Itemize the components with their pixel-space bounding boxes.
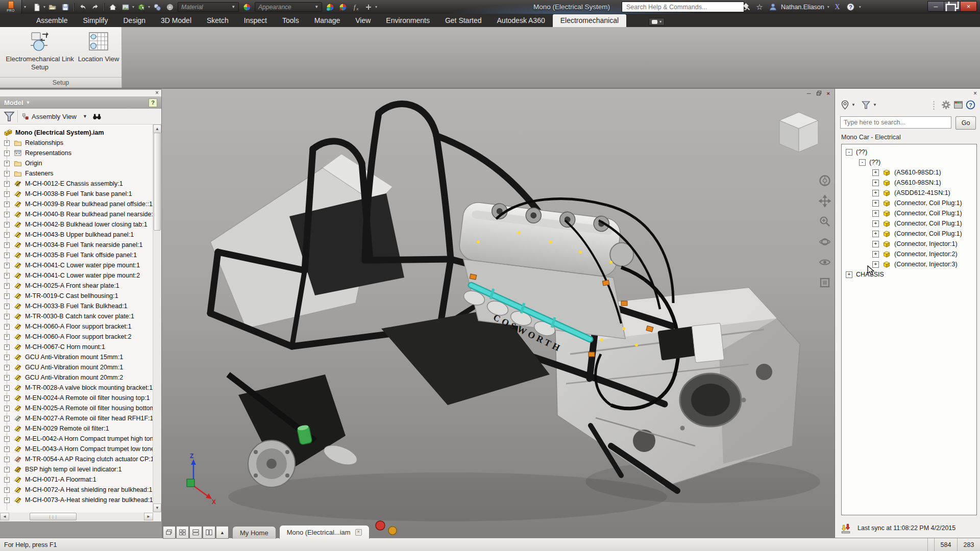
- tab-simplify[interactable]: Simplify: [75, 14, 115, 27]
- tab-environments[interactable]: Environments: [378, 14, 437, 27]
- scroll-right-icon[interactable]: ►: [144, 513, 153, 520]
- appearance-clear-icon[interactable]: [336, 2, 349, 12]
- document-tab[interactable]: Mono (Electrical...iam×: [279, 525, 370, 539]
- close-button[interactable]: ×: [961, 2, 976, 11]
- dropdown-caret-icon[interactable]: ▾: [43, 5, 45, 9]
- expander-icon[interactable]: +: [4, 181, 10, 187]
- expander-icon[interactable]: +: [4, 446, 10, 452]
- browser-close-icon[interactable]: ×: [155, 90, 159, 96]
- expander-icon[interactable]: +: [4, 212, 10, 217]
- tree-item[interactable]: +M-CH-0072-A Heat shielding rear bulkhea…: [0, 485, 153, 495]
- gear-icon[interactable]: [940, 99, 951, 110]
- expander-icon[interactable]: +: [4, 395, 10, 401]
- app-menu-caret-icon[interactable]: ▾: [22, 5, 28, 9]
- expander-icon[interactable]: +: [872, 251, 879, 258]
- undo-icon[interactable]: [76, 2, 89, 12]
- expander-icon[interactable]: +: [872, 200, 879, 207]
- expander-icon[interactable]: +: [4, 375, 10, 381]
- expander-icon[interactable]: -: [859, 159, 866, 166]
- help-menu-caret-icon[interactable]: ▾: [859, 5, 861, 9]
- scrollbar-thumb[interactable]: [154, 133, 161, 231]
- tree-item[interactable]: +M-CH-0060-A Floor support bracket:2: [0, 332, 153, 342]
- expander-icon[interactable]: +: [872, 231, 879, 237]
- expander-icon[interactable]: +: [4, 191, 10, 197]
- pan-icon[interactable]: [819, 195, 831, 207]
- tab-close-icon[interactable]: ×: [355, 529, 362, 536]
- expander-icon[interactable]: +: [4, 385, 10, 391]
- expander-icon[interactable]: +: [4, 365, 10, 370]
- tree-item[interactable]: +Relationships: [0, 138, 153, 148]
- expander-icon[interactable]: +: [872, 169, 879, 176]
- tree-item[interactable]: +M-CH-0033-B Fuel Tank Bulkhead:1: [0, 301, 153, 311]
- tab-3d-model[interactable]: 3D Model: [153, 14, 199, 27]
- em-tree-item[interactable]: -(??): [842, 157, 976, 167]
- tree-item[interactable]: +GCU Anti-Vibration mount 20mm:1: [0, 362, 153, 372]
- help-search-box[interactable]: [622, 2, 744, 12]
- expander-icon[interactable]: +: [4, 406, 10, 411]
- filter-funnel-icon[interactable]: [861, 99, 872, 110]
- expander-icon[interactable]: +: [4, 334, 10, 340]
- material-dropdown[interactable]: Material ▼: [178, 2, 239, 12]
- expander-icon[interactable]: +: [872, 190, 879, 196]
- save-icon[interactable]: [59, 2, 71, 12]
- tree-item[interactable]: +M-CH-0038-B Fuel Tank base panel:1: [0, 189, 153, 199]
- em-tree-item[interactable]: +(Connector, Coil Plug:1): [842, 229, 976, 239]
- toolbar-overflow-caret-icon[interactable]: ▾: [375, 5, 377, 9]
- scrollbar-thumb[interactable]: | | |: [30, 513, 77, 520]
- add-command-icon[interactable]: [362, 2, 375, 12]
- expander-icon[interactable]: +: [4, 161, 10, 166]
- location-pin-icon[interactable]: [839, 99, 850, 110]
- filter-funnel-icon[interactable]: [3, 110, 15, 122]
- expander-icon[interactable]: +: [4, 314, 10, 319]
- ribbon-group-label[interactable]: Setup: [0, 77, 121, 88]
- tree-item[interactable]: +M-TR-0028-A valve block mounting bracke…: [0, 383, 153, 393]
- expander-icon[interactable]: +: [872, 220, 879, 227]
- color-wheel-icon[interactable]: [240, 2, 253, 12]
- tree-item[interactable]: +M-CH-0043-B Upper bulkhead panel:1: [0, 230, 153, 240]
- exchange-apps-icon[interactable]: X: [832, 2, 843, 12]
- expander-icon[interactable]: +: [4, 497, 10, 503]
- expander-icon[interactable]: +: [4, 273, 10, 279]
- chevron-down-icon[interactable]: ▼: [851, 103, 855, 107]
- new-file-icon[interactable]: [30, 2, 43, 12]
- restore-button[interactable]: [944, 2, 961, 11]
- render-style-icon[interactable]: [163, 2, 176, 12]
- go-button[interactable]: Go: [955, 116, 976, 130]
- chevron-down-icon[interactable]: ▼: [873, 103, 877, 107]
- inventor-logo[interactable]: PRO: [0, 0, 22, 14]
- tree-item[interactable]: +Origin: [0, 158, 153, 168]
- selection-cube-icon[interactable]: [135, 2, 148, 12]
- tree-item[interactable]: +M-EL-0043-A Horn Compact trumpet low to…: [0, 444, 153, 454]
- tab-electromechanical[interactable]: Electromechanical: [553, 14, 626, 27]
- appearance-adjust-icon[interactable]: [324, 2, 336, 12]
- ribbon-display-toggle[interactable]: ▾: [649, 18, 665, 26]
- tree-item[interactable]: +M-TR-0030-B Catch tank cover plate:1: [0, 311, 153, 321]
- tree-item[interactable]: +M-CH-0041-C Lower water pipe mount:2: [0, 270, 153, 281]
- components-icon[interactable]: [151, 2, 163, 12]
- tree-item[interactable]: +GCU Anti-Vibration mount 20mm:2: [0, 372, 153, 383]
- horizontal-scrollbar[interactable]: ◄ | | | ►: [0, 513, 153, 520]
- user-menu-caret-icon[interactable]: ▾: [827, 5, 829, 9]
- tile-vertical-icon[interactable]: [203, 526, 215, 539]
- view-cube[interactable]: [779, 112, 818, 152]
- tile-grid-icon[interactable]: [176, 526, 189, 539]
- tab-inspect[interactable]: Inspect: [236, 14, 275, 27]
- render-image-icon[interactable]: [119, 2, 132, 12]
- tree-item[interactable]: +M-CH-0060-A Floor support bracket:1: [0, 321, 153, 332]
- em-tree-item[interactable]: +(Connector, Injector:3): [842, 259, 976, 269]
- expander-icon[interactable]: +: [4, 467, 10, 472]
- expander-icon[interactable]: +: [4, 324, 10, 330]
- dropdown-caret-icon[interactable]: ▾: [132, 5, 134, 9]
- em-tree-item[interactable]: +(Connector, Coil Plug:1): [842, 198, 976, 208]
- tree-item[interactable]: +BSP high temp oil level indicator:1: [0, 464, 153, 474]
- tree-item[interactable]: +M-CH-0034-B Fuel Tank nearside panel:1: [0, 240, 153, 250]
- expander-icon[interactable]: +: [872, 210, 879, 217]
- expander-icon[interactable]: +: [4, 171, 10, 177]
- tab-sketch[interactable]: Sketch: [199, 14, 236, 27]
- expander-icon[interactable]: +: [4, 253, 10, 258]
- vertical-scrollbar[interactable]: ▲ ▼: [153, 124, 161, 512]
- document-tab[interactable]: My Home: [232, 526, 276, 539]
- tab-tools[interactable]: Tools: [275, 14, 307, 27]
- tree-item[interactable]: +Representations: [0, 148, 153, 158]
- tree-item[interactable]: +M-TR-0019-C Cast bellhousing:1: [0, 291, 153, 301]
